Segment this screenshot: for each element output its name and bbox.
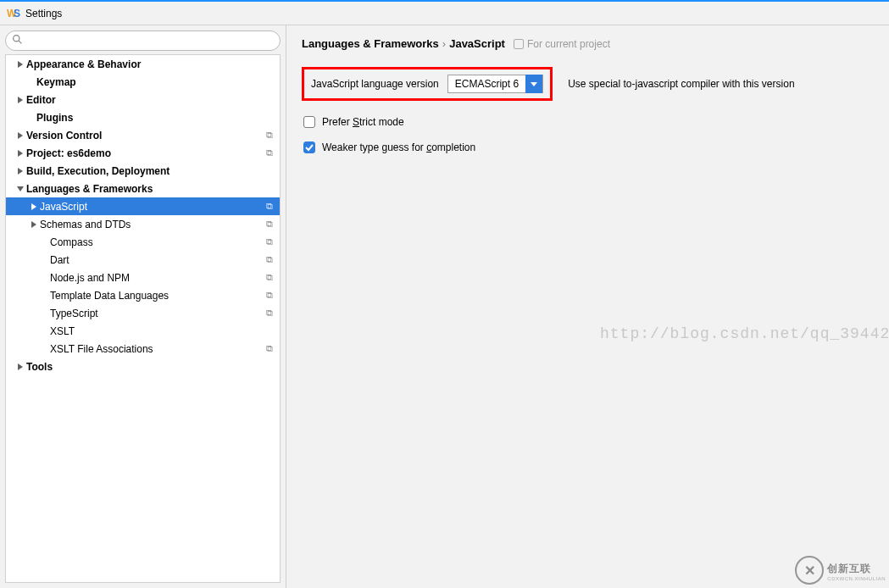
- tree-item[interactable]: XSLT: [6, 322, 280, 340]
- project-scope-icon: ⧉: [266, 254, 273, 265]
- strict-mode-row[interactable]: Prefer Strict mode: [302, 116, 874, 128]
- expand-arrow-icon[interactable]: [16, 167, 25, 175]
- breadcrumb: Languages & Frameworks › JavaScript For …: [302, 37, 874, 50]
- weaker-type-label: Weaker type guess for completion: [322, 141, 475, 153]
- dropdown-arrow-icon: [525, 75, 542, 93]
- tree-item-label: Version Control: [26, 130, 266, 141]
- project-scope-icon: ⧉: [266, 201, 273, 212]
- tree-item-label: Schemas and DTDs: [40, 219, 266, 230]
- project-scope-icon: ⧉: [266, 272, 273, 283]
- weaker-type-checkbox[interactable]: [303, 141, 315, 153]
- tree-item-label: XSLT: [50, 325, 273, 337]
- breadcrumb-sep: ›: [442, 37, 446, 50]
- tree-item[interactable]: Build, Execution, Deployment: [6, 162, 280, 180]
- logo-subtext: CDXWCN.XINHULIAN: [827, 576, 886, 581]
- tree-item-label: Node.js and NPM: [50, 272, 266, 284]
- watermark-text: http://blog.csdn.net/qq_39442804: [600, 325, 889, 342]
- tree-item[interactable]: Plugins: [6, 108, 280, 126]
- tree-item-label: TypeScript: [50, 308, 266, 319]
- svg-marker-11: [31, 221, 36, 228]
- tree-item-label: Tools: [26, 361, 273, 373]
- tree-item-label: JavaScript: [40, 201, 266, 213]
- tree-item[interactable]: Node.js and NPM⧉: [6, 269, 280, 286]
- svg-marker-12: [18, 363, 23, 370]
- arrow-spacer: [40, 345, 48, 353]
- tree-item[interactable]: Keymap: [6, 73, 280, 91]
- tree-item[interactable]: Editor: [6, 91, 280, 108]
- expand-arrow-icon[interactable]: [16, 96, 25, 104]
- tree-item-label: Template Data Languages: [50, 290, 266, 302]
- tree-item[interactable]: XSLT File Associations⧉: [6, 340, 280, 358]
- tree-item-label: Keymap: [36, 76, 273, 88]
- tree-item-label: XSLT File Associations: [50, 343, 266, 355]
- tree-item-label: Appearance & Behavior: [26, 58, 273, 70]
- arrow-spacer: [26, 78, 35, 86]
- settings-sidebar: Appearance & BehaviorKeymapEditorPlugins…: [0, 25, 286, 588]
- project-scope-icon: ⧉: [266, 308, 273, 319]
- strict-mode-checkbox[interactable]: [303, 116, 315, 128]
- tree-item[interactable]: TypeScript⧉: [6, 304, 280, 322]
- project-scope-icon: ⧉: [266, 147, 273, 158]
- language-version-label: JavaScript language version: [311, 78, 439, 90]
- language-version-dropdown[interactable]: ECMAScript 6: [447, 75, 543, 93]
- project-scope-icon: ⧉: [266, 130, 273, 141]
- arrow-spacer: [40, 327, 48, 336]
- arrow-spacer: [40, 291, 48, 300]
- main-panel: Languages & Frameworks › JavaScript For …: [286, 25, 889, 588]
- expand-arrow-icon[interactable]: [16, 131, 25, 140]
- tree-item-label: Editor: [26, 94, 273, 106]
- project-scope-icon: ⧉: [266, 219, 273, 230]
- svg-text:S: S: [14, 8, 20, 19]
- expand-arrow-icon[interactable]: [16, 149, 25, 158]
- breadcrumb-parent[interactable]: Languages & Frameworks: [302, 37, 439, 50]
- tree-item-label: Languages & Frameworks: [26, 183, 273, 195]
- tree-item[interactable]: Project: es6demo⧉: [6, 144, 280, 162]
- tree-item-label: Compass: [50, 236, 266, 248]
- expand-arrow-icon[interactable]: [16, 60, 25, 69]
- tree-item-label: Plugins: [36, 112, 273, 124]
- tree-item[interactable]: Schemas and DTDs⧉: [6, 215, 280, 233]
- project-scope-icon: ⧉: [266, 236, 273, 247]
- svg-marker-5: [18, 97, 23, 103]
- settings-tree[interactable]: Appearance & BehaviorKeymapEditorPlugins…: [5, 54, 281, 583]
- dropdown-value: ECMAScript 6: [448, 78, 525, 90]
- tree-item[interactable]: Languages & Frameworks: [6, 180, 280, 197]
- highlight-box: JavaScript language version ECMAScript 6: [302, 67, 553, 101]
- project-scope-icon: ⧉: [266, 343, 273, 354]
- weaker-type-row[interactable]: Weaker type guess for completion: [302, 141, 874, 153]
- strict-mode-label: Prefer Strict mode: [322, 116, 404, 128]
- breadcrumb-current: JavaScript: [449, 37, 505, 50]
- expand-arrow-icon[interactable]: [16, 363, 25, 371]
- logo-text: 创新互联: [827, 563, 871, 574]
- project-scope-icon: ⧉: [266, 290, 273, 301]
- svg-marker-6: [18, 132, 23, 139]
- project-scope-text: For current project: [527, 38, 610, 50]
- tree-item[interactable]: Version Control⧉: [6, 126, 280, 144]
- tree-item-label: Build, Execution, Deployment: [26, 165, 273, 177]
- project-scope-icon: [514, 39, 524, 49]
- tree-item[interactable]: JavaScript⧉: [6, 197, 280, 215]
- svg-marker-4: [18, 61, 23, 68]
- svg-marker-7: [18, 150, 23, 157]
- tree-item-label: Dart: [50, 254, 266, 266]
- tree-item[interactable]: Template Data Languages⧉: [6, 286, 280, 304]
- arrow-spacer: [40, 238, 48, 247]
- tree-item[interactable]: Dart⧉: [6, 251, 280, 269]
- expand-arrow-icon[interactable]: [30, 202, 38, 211]
- expand-arrow-icon[interactable]: [16, 185, 25, 193]
- logo-circle-icon: ✕: [795, 556, 824, 585]
- svg-marker-8: [18, 168, 23, 175]
- tree-item[interactable]: Appearance & Behavior: [6, 55, 280, 73]
- arrow-spacer: [40, 309, 48, 318]
- tree-item[interactable]: Compass⧉: [6, 233, 280, 251]
- arrow-spacer: [40, 274, 48, 282]
- window-title: Settings: [25, 8, 62, 19]
- titlebar: WS Settings: [0, 2, 889, 25]
- svg-marker-9: [17, 186, 24, 191]
- expand-arrow-icon[interactable]: [30, 220, 38, 229]
- tree-item[interactable]: Tools: [6, 358, 280, 375]
- corner-logo: ✕ 创新互联 CDXWCN.XINHULIAN: [795, 556, 886, 585]
- search-input[interactable]: [5, 31, 281, 51]
- svg-marker-13: [531, 82, 537, 86]
- svg-marker-10: [31, 203, 36, 210]
